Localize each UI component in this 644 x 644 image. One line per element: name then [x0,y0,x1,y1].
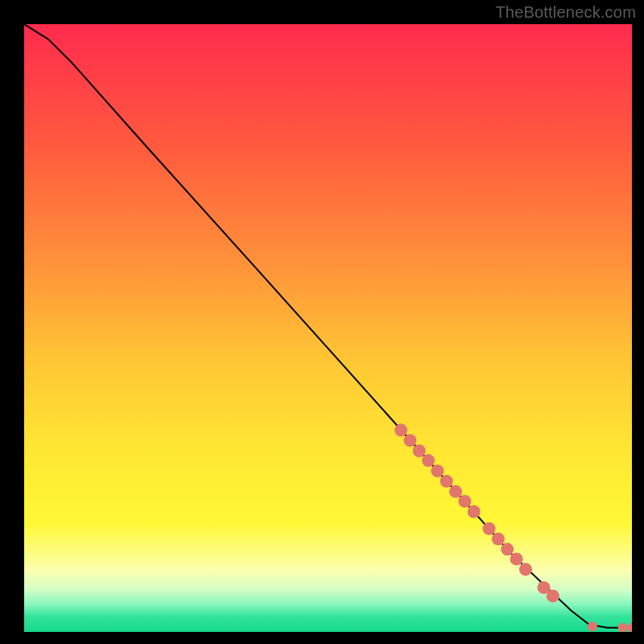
data-marker [588,621,597,631]
data-marker [458,495,471,508]
data-marker [492,532,505,545]
data-marker [403,434,416,447]
data-marker [394,423,407,436]
data-marker [519,563,532,576]
data-marker [468,506,481,518]
watermark-text: TheBottleneck.com [495,3,636,22]
chart-frame: TheBottleneck.com [0,0,644,644]
data-marker [449,485,462,498]
chart-svg [24,24,632,632]
data-marker [547,589,559,602]
data-marker [483,522,496,535]
plot-area [24,24,632,632]
data-marker [413,444,426,457]
data-marker [501,543,514,555]
chart-background [24,24,632,632]
data-marker [422,454,435,467]
data-marker [431,464,444,477]
data-marker [510,552,523,565]
data-marker [440,475,453,488]
